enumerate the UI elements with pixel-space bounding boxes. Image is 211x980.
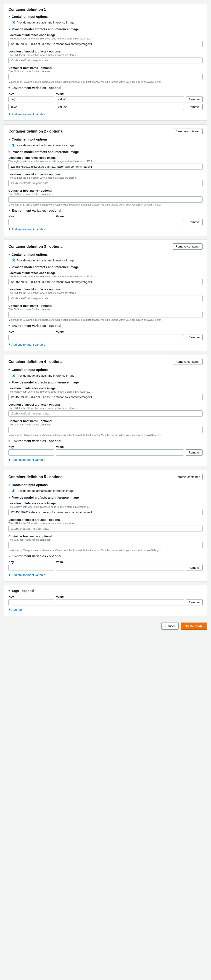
container-definition-3: Container definition 3 - optional Remove…: [4, 240, 207, 351]
env-vars-toggle-3[interactable]: Environment variables - optional: [8, 324, 203, 328]
remove-env-var-3-empty[interactable]: Remove: [185, 334, 203, 340]
container-input-options-toggle-3[interactable]: Container Input options: [8, 253, 203, 256]
radio-artifacts-inference-3[interactable]: [12, 259, 15, 262]
radio-option-3[interactable]: Provide model artifacts and inference im…: [12, 259, 203, 262]
add-env-var-link-2[interactable]: + Add environment variable: [8, 228, 45, 231]
tags-section: Tags - optional Key Value Remove + Add t…: [4, 585, 207, 616]
env-key-col-header-5: Key: [8, 560, 54, 564]
container-hostname-input-5[interactable]: [8, 542, 203, 548]
container-input-options-toggle-4[interactable]: Container Input options: [8, 368, 203, 372]
model-artifacts-hint-5: The URL for the S3 location where model …: [8, 522, 203, 525]
remove-env-var-1-1[interactable]: Remove: [185, 104, 203, 110]
container-def-4-title: Container definition 4 - optional: [8, 360, 64, 364]
remove-env-var-4-empty[interactable]: Remove: [185, 449, 203, 455]
container-input-options-content-1: Provide model artifacts and inference im…: [8, 21, 203, 24]
remove-env-var-5-empty[interactable]: Remove: [185, 565, 203, 571]
add-env-var-link-3[interactable]: + Add environment variable: [8, 343, 45, 346]
container-hostname-input-1[interactable]: [8, 74, 203, 80]
artifacts-section-toggle-2[interactable]: Provide model artifacts and inference im…: [8, 150, 203, 154]
model-artifacts-label-2: Location of model artifacts - optional: [8, 172, 203, 176]
container-hostname-input-2[interactable]: [8, 196, 203, 202]
radio-artifacts-inference-2[interactable]: [12, 144, 15, 147]
radio-option-5[interactable]: Provide model artifacts and inference im…: [12, 489, 203, 493]
inference-code-image-input-3[interactable]: [8, 279, 203, 285]
artifacts-section-label-1: Provide model artifacts and inference im…: [12, 27, 79, 31]
model-artifacts-input-1[interactable]: [8, 57, 203, 64]
toggle-arrow-icon: [8, 16, 10, 18]
inference-code-image-input-4[interactable]: [8, 394, 203, 400]
tag-value-input[interactable]: [56, 599, 184, 605]
env-var-key-2-empty[interactable]: [8, 219, 54, 225]
empty-env-row-3: Remove: [8, 334, 203, 340]
env-vars-content-1: Key Value Remove Remove + Add environmen…: [8, 92, 203, 116]
remove-tag-button[interactable]: Remove: [185, 599, 203, 605]
env-vars-toggle-5[interactable]: Environment variables - optional: [8, 554, 203, 558]
env-vars-toggle-2[interactable]: Environment variables - optional: [8, 209, 203, 212]
tags-content: Key Value Remove + Add tag: [8, 595, 203, 611]
env-var-key-3-empty[interactable]: [8, 334, 54, 340]
tag-key-input[interactable]: [8, 599, 54, 605]
container-input-options-toggle-5[interactable]: Container Input options: [8, 483, 203, 487]
radio-option-2[interactable]: Provide model artifacts and inference im…: [12, 143, 203, 147]
artifacts-section-toggle-4[interactable]: Provide model artifacts and inference im…: [8, 380, 203, 384]
inference-code-image-hint-2: The registry path where the inference co…: [8, 160, 203, 163]
env-var-value-1-1[interactable]: [56, 104, 184, 110]
add-env-var-link-5[interactable]: + Add environment variable: [8, 573, 45, 577]
model-artifacts-input-3[interactable]: [8, 295, 203, 301]
remove-container-button-5[interactable]: Remove container: [173, 474, 203, 480]
env-var-key-1-1[interactable]: [8, 104, 54, 110]
cancel-button[interactable]: Cancel: [161, 622, 178, 630]
container-input-options-toggle-2[interactable]: Container Input options: [8, 138, 203, 141]
artifacts-section-toggle-3[interactable]: Provide model artifacts and inference im…: [8, 265, 203, 269]
radio-option-1[interactable]: Provide model artifacts and inference im…: [12, 21, 203, 24]
radio-artifacts-inference-1[interactable]: [12, 21, 15, 24]
inference-code-image-input-5[interactable]: [8, 509, 203, 515]
add-env-var-link-4[interactable]: + Add environment variable: [8, 458, 45, 461]
artifacts-section-toggle-5[interactable]: Provide model artifacts and inference im…: [8, 496, 203, 500]
hostname-constraint-5: Maximum of 63 alphanumeric characters. C…: [8, 549, 203, 552]
container-hostname-input-3[interactable]: [8, 312, 203, 318]
remove-container-button-2[interactable]: Remove container: [173, 128, 203, 134]
radio-artifacts-inference-4[interactable]: [12, 374, 15, 377]
hostname-constraint-2: Maximum of 63 alphanumeric characters. C…: [8, 203, 203, 206]
env-var-value-1-0[interactable]: [56, 96, 184, 102]
container-def-3-title: Container definition 3 - optional: [8, 245, 64, 249]
env-vars-arrow-5: [8, 556, 10, 557]
radio-artifacts-inference-5[interactable]: [12, 489, 15, 492]
remove-container-button-4[interactable]: Remove container: [173, 359, 203, 365]
model-artifacts-label-4: Location of model artifacts - optional: [8, 403, 203, 406]
radio-option-4[interactable]: Provide model artifacts and inference im…: [12, 374, 203, 377]
env-vars-toggle-1[interactable]: Environment variables - optional: [8, 86, 203, 90]
inference-code-image-input-2[interactable]: [8, 164, 203, 170]
model-artifacts-input-5[interactable]: [8, 526, 203, 532]
container-hostname-label-2: Container host name - optional: [8, 189, 203, 192]
container-def-5-header: Container definition 5 - optional Remove…: [8, 474, 203, 480]
env-vars-label-4: Environment variables - optional: [12, 439, 61, 443]
env-var-value-2-empty[interactable]: [56, 219, 184, 225]
env-value-col-header-3: Value: [56, 330, 203, 333]
env-var-key-1-0[interactable]: [8, 96, 54, 102]
container-input-options-content-3: Provide model artifacts and inference im…: [8, 259, 203, 262]
inference-code-image-input-1[interactable]: [8, 41, 203, 47]
env-vars-toggle-4[interactable]: Environment variables - optional: [8, 439, 203, 443]
add-tag-link[interactable]: + Add tag: [8, 608, 22, 611]
env-var-key-5-empty[interactable]: [8, 565, 54, 571]
env-var-key-4-empty[interactable]: [8, 449, 54, 455]
artifacts-section-toggle-1[interactable]: Provide model artifacts and inference im…: [8, 27, 203, 31]
add-env-var-label-4: Add environment variable: [11, 458, 45, 461]
env-var-value-4-empty[interactable]: [56, 449, 184, 455]
tags-toggle[interactable]: Tags - optional: [8, 589, 203, 593]
remove-container-button-3[interactable]: Remove container: [173, 243, 203, 250]
remove-env-var-2-empty[interactable]: Remove: [185, 219, 203, 225]
env-var-value-3-empty[interactable]: [56, 334, 184, 340]
create-model-button[interactable]: Create model: [181, 622, 207, 630]
model-artifacts-input-4[interactable]: [8, 410, 203, 417]
remove-env-var-1-0[interactable]: Remove: [185, 96, 203, 102]
add-env-var-link-1[interactable]: + Add environment variable: [8, 112, 45, 116]
container-hostname-input-4[interactable]: [8, 427, 203, 433]
inference-code-image-label-3: Location of inference code image: [8, 271, 203, 275]
model-artifacts-input-2[interactable]: [8, 180, 203, 186]
env-var-value-5-empty[interactable]: [56, 565, 184, 571]
tags-toggle-arrow: [8, 590, 10, 592]
container-input-options-toggle-1[interactable]: Container Input options: [8, 15, 203, 19]
